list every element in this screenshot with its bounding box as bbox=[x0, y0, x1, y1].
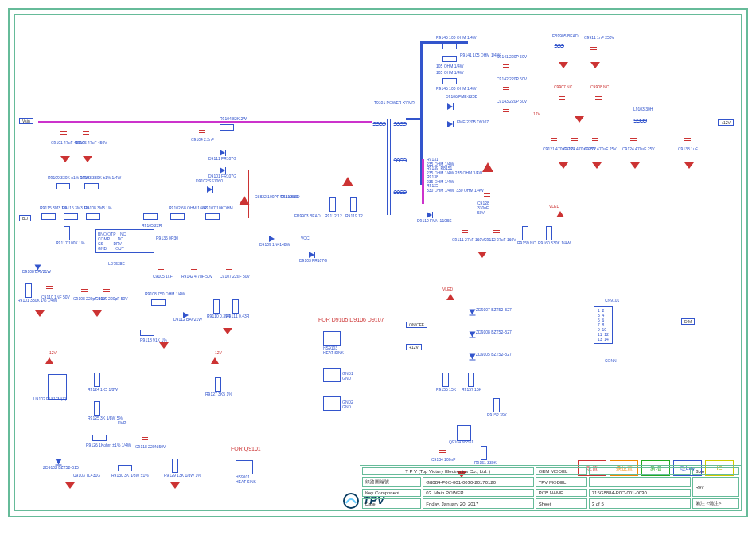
lbl-r9160: R9160 330K 1/4W bbox=[538, 240, 571, 245]
lbl-d9106: D9106 FME-220B bbox=[446, 94, 477, 99]
lbl-r9104: R9104 82K 2W bbox=[220, 116, 247, 121]
row2-label: Key Component bbox=[362, 489, 421, 497]
lbl-r9159: R9159 NC bbox=[517, 240, 536, 245]
lbl-c9134: C9134 100nF bbox=[431, 457, 455, 462]
heatsink-hs9101 bbox=[236, 460, 253, 474]
xfmr-sec1-icon: ɘɘɘɘ bbox=[393, 119, 406, 127]
res-r9118 bbox=[140, 330, 154, 336]
lbl-vcc: VCC bbox=[301, 236, 310, 240]
lbl-vled2: VLED bbox=[442, 287, 453, 291]
lbl-zd9107: ZD9107 BZT52-B27 bbox=[476, 307, 512, 312]
gnd-icon bbox=[592, 162, 602, 169]
res-r9108 bbox=[151, 299, 166, 306]
ref-u9103 bbox=[80, 459, 92, 474]
note-label: 備注 bbox=[696, 501, 705, 506]
arrow-icon bbox=[556, 211, 564, 217]
res-r9146 bbox=[442, 78, 457, 84]
mag-stack bbox=[422, 159, 424, 204]
port-12v-r: 12V bbox=[215, 350, 222, 355]
res-r9156 bbox=[442, 373, 449, 387]
lbl-r9146: R9146 100 OHM 1/4W bbox=[436, 86, 477, 91]
lbl-c9112: C9112 27uF 160V bbox=[484, 237, 516, 242]
cap-r9142 bbox=[191, 264, 197, 272]
lbl-c9118: C9118 220N 50V bbox=[135, 444, 166, 449]
cap-c9122 bbox=[571, 135, 578, 143]
lbl-r9119: R9119 12 bbox=[345, 213, 363, 218]
cap-c9105b bbox=[83, 129, 89, 137]
lbl-c9111: C9111 27uF 160V bbox=[452, 237, 485, 242]
lbl-d9108: D9108 BAV21W bbox=[22, 269, 51, 274]
row3-label: Date bbox=[362, 498, 421, 509]
lbl-gnd1: GND1 GND bbox=[342, 371, 353, 381]
port-bo: BO bbox=[19, 215, 31, 221]
xfmr-core bbox=[390, 119, 391, 215]
lbl-r9108: R9108 750 OHM 1/4W bbox=[145, 291, 185, 296]
lbl-r9107: R9107 10KOHM bbox=[204, 205, 233, 210]
lbl-r9108b: R9108 3M3 1% bbox=[84, 205, 111, 210]
gnd-icon bbox=[477, 252, 487, 258]
lbl-r9157: R9157 15K bbox=[462, 387, 481, 392]
note-for-q9101: FOR Q9101 bbox=[231, 446, 261, 451]
lbl-c9105b: C9105 47uF 450V bbox=[75, 140, 107, 145]
cap-c9105 bbox=[158, 264, 164, 272]
res-r9115 bbox=[41, 213, 56, 220]
xfmr-primary-icon: ɘɘɘɘ bbox=[372, 119, 385, 127]
xfmr-sec3-icon: ɘɘɘɘ bbox=[393, 188, 406, 196]
sheet-label: Sheet bbox=[536, 498, 587, 509]
res-r9102 bbox=[170, 213, 185, 220]
lbl-c9872: C9872 470uF 25V bbox=[584, 146, 617, 151]
lbl-u9102: U9102 EL817M(X) bbox=[33, 396, 66, 401]
res-r9109 bbox=[56, 183, 70, 189]
res-r9116 bbox=[64, 213, 78, 220]
gnd-icon bbox=[65, 482, 75, 489]
lbl-c9124: C9124 470uF 25V bbox=[622, 146, 655, 151]
diode-d9109 bbox=[269, 236, 275, 242]
lbl-d9112: D9112 BAV21W bbox=[173, 317, 202, 322]
lbl-zd9102: ZD9102 BZT52-B15 bbox=[43, 465, 79, 470]
lbl-c9109: C9109 220pF 50V bbox=[95, 296, 128, 301]
res-r9104 bbox=[220, 124, 234, 131]
gnd-icon bbox=[159, 342, 169, 349]
gnd-icon bbox=[575, 116, 584, 123]
port-12v-out: +12V bbox=[718, 119, 734, 126]
cap-c9143 bbox=[503, 107, 509, 115]
row1-label: 線路圖編號 bbox=[362, 477, 421, 487]
diode-d9101 bbox=[220, 167, 225, 174]
lbl-r9124: R9124 1K5 1/8W bbox=[88, 387, 118, 392]
sheet-value: 3 of 5 bbox=[589, 498, 691, 509]
res-r9101 bbox=[25, 283, 32, 298]
gnd-icon bbox=[83, 156, 92, 162]
lbl-zd9108: ZD9108 BZT52-B27 bbox=[476, 330, 512, 334]
lbl-conn: CONN bbox=[605, 358, 617, 363]
diode-d9111 bbox=[220, 150, 225, 156]
gnd2-pad bbox=[323, 396, 341, 411]
lbl-c9128: C9128 330nF 50V bbox=[477, 201, 489, 215]
res-r9111 bbox=[232, 299, 239, 314]
title-block: T P V (Top Victory Electronics Co., Ltd.… bbox=[360, 465, 742, 511]
res-r9160 bbox=[546, 226, 552, 240]
lbl-d9109: D9109 1N4148W bbox=[259, 242, 290, 247]
lbl-t9101: T9101 POWER X'FMR bbox=[374, 100, 415, 105]
lbl-r9126: R9126 1Kohm ±1% 1/4W bbox=[86, 443, 131, 447]
res-r9108b bbox=[86, 213, 100, 220]
port-12v-b: +12V bbox=[406, 344, 422, 350]
gnd-icon bbox=[684, 162, 694, 169]
lbl-d9102: D9102 SS1060 bbox=[196, 178, 223, 183]
pcb-name-label: PCB NAME bbox=[536, 489, 587, 497]
lbl-vled: VLED bbox=[549, 204, 559, 209]
arrow-icon bbox=[211, 357, 219, 364]
cap-c9911 bbox=[590, 45, 597, 53]
tpv-logo-icon bbox=[342, 492, 360, 510]
res-r9141 bbox=[442, 56, 457, 62]
res-r9157 bbox=[468, 373, 474, 387]
res-r9127 bbox=[215, 377, 221, 392]
tpv-model-label: TPV MODEL bbox=[536, 477, 587, 487]
gnd-icon bbox=[630, 162, 640, 169]
lbl-c9908: C9908 NC bbox=[590, 84, 609, 89]
lbl-c9143: C9143 220P 50V bbox=[497, 99, 527, 103]
zener-zd9107 bbox=[470, 310, 476, 315]
arrow-icon bbox=[45, 357, 53, 364]
lbl-r9127: R9127 3K5 1% bbox=[205, 392, 232, 396]
pcb-name-value: 715G8884-P0C-001-0030 bbox=[589, 489, 691, 497]
port-12v-top: 12V bbox=[533, 111, 540, 116]
